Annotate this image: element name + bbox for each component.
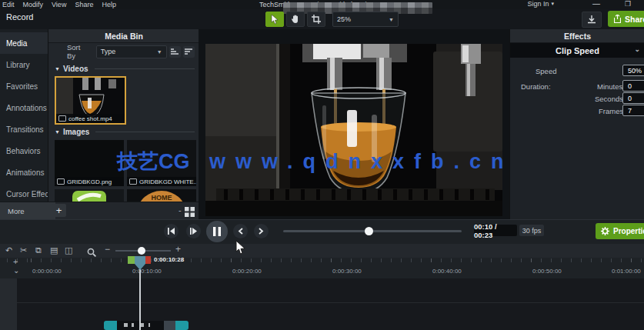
clip-speed-header[interactable]: Clip Speed ⌄ — [510, 43, 644, 58]
pause-icon — [213, 227, 221, 236]
timeline-tracks[interactable] — [0, 278, 644, 330]
watermark: 技艺CG www.qdnxxfb.cn — [117, 148, 514, 175]
properties-button[interactable]: Properties — [596, 223, 644, 239]
jump-forward-button[interactable] — [254, 224, 269, 238]
add-media-button[interactable]: + — [52, 204, 66, 217]
minutes-input[interactable]: 0 — [622, 80, 644, 92]
step-forward-button[interactable] — [186, 224, 201, 238]
playhead-marker[interactable] — [128, 256, 152, 272]
sort-asc-icon — [171, 48, 179, 55]
sidebar-item-animations[interactable]: Animations — [0, 162, 48, 183]
download-arrow-icon — [588, 15, 596, 24]
copy-button[interactable]: ⧉ — [35, 246, 42, 255]
sort-type-value: Type — [101, 48, 116, 55]
split-button[interactable]: ◫ — [65, 246, 72, 255]
canvas-zoom-dropdown[interactable]: 25% ▼ — [332, 12, 399, 27]
undo-button[interactable]: ↶ — [5, 246, 12, 255]
minimize-button[interactable]: — — [592, 0, 600, 8]
sidebar-item-annotations[interactable]: Annotations — [0, 97, 48, 118]
watermark-cn-text: 技艺CG — [117, 150, 190, 173]
canvas-stage — [199, 29, 509, 219]
film-icon — [58, 115, 66, 122]
jump-back-button[interactable] — [233, 224, 248, 238]
ruler-label: 0:00:30:00 — [332, 268, 362, 275]
paste-button[interactable]: ▤ — [50, 246, 58, 255]
record-button[interactable]: Record — [6, 12, 33, 22]
zoom-out-button[interactable]: − — [105, 245, 110, 254]
pan-tool-button[interactable] — [286, 12, 305, 27]
crop-icon — [312, 15, 321, 24]
sidebar-item-library[interactable]: Library — [0, 54, 48, 75]
sign-in-button[interactable]: Sign In▾ — [527, 0, 554, 8]
menu-view[interactable]: View — [52, 1, 66, 8]
sidebar-item-transitions[interactable]: Transitions — [0, 118, 48, 140]
camtasia-window: Edit Modify View Share Help TechSmith Ca… — [0, 0, 644, 330]
canvas-zoom-value: 25% — [337, 15, 351, 23]
ruler-label: 0:00:40:00 — [432, 268, 462, 275]
sidebar-more-button[interactable]: More — [0, 202, 55, 219]
sort-descending-button[interactable] — [183, 46, 195, 58]
chevron-down-icon[interactable]: ⌄ — [634, 45, 640, 53]
clip-right-handle[interactable] — [175, 321, 189, 330]
speed-input[interactable]: 50% — [622, 65, 644, 76]
frames-input[interactable]: 7 — [622, 105, 644, 116]
watermark-url-text: www.qdnxxfb.cn — [209, 150, 514, 173]
images-section-header[interactable]: ▼ Images — [55, 128, 195, 136]
restore-window-button[interactable]: ❐ — [625, 0, 631, 8]
cursor-tool-button[interactable] — [265, 12, 284, 27]
sidebar-item-media[interactable]: Media — [0, 32, 48, 54]
caret-down-icon: ▼ — [389, 17, 394, 22]
clip-left-handle[interactable] — [104, 321, 117, 330]
ruler-label: 0:00:20:00 — [232, 268, 262, 275]
collapse-tracks-button[interactable]: ⌄ — [13, 266, 19, 275]
timeline-zoom-handle[interactable] — [138, 247, 145, 255]
share-button[interactable]: Share — [608, 11, 644, 27]
cursor-arrow-icon — [271, 15, 279, 25]
timeline-clip-coffee[interactable] — [104, 321, 189, 330]
sort-ascending-button[interactable] — [169, 46, 181, 58]
duration-label: Duration: — [521, 82, 551, 91]
zoom-in-button[interactable]: + — [175, 245, 181, 254]
timeline-zoom-slider[interactable] — [115, 250, 171, 252]
clip-thumb-mark — [124, 323, 128, 327]
timeline-ruler[interactable]: + ⌄ 0:00:00:00 0:00:10:00 0:00:20:00 0:0… — [0, 258, 644, 279]
step-forward-icon — [190, 228, 197, 235]
prev-frame-icon — [168, 228, 175, 235]
thumb-size-minus-button[interactable]: - — [179, 205, 182, 215]
media-item-green-logo[interactable] — [55, 189, 124, 202]
collapse-triangle-icon: ▼ — [55, 66, 60, 72]
grid-view-button[interactable] — [185, 206, 195, 220]
media-item-coffee-shot[interactable]: coffee shot.mp4 — [55, 76, 126, 125]
timeline-toolbar: ↶ ✂ ⧉ ▤ ◫ − + — [0, 244, 644, 258]
menu-modify[interactable]: Modify — [23, 1, 44, 8]
prev-frame-button[interactable] — [164, 224, 179, 238]
menu-share[interactable]: Share — [75, 1, 93, 8]
sidebar-item-behaviors[interactable]: Behaviors — [0, 140, 48, 162]
track-gutter — [0, 278, 17, 330]
menu-edit[interactable]: Edit — [2, 1, 15, 8]
speed-label: Speed — [536, 67, 556, 75]
sort-type-dropdown[interactable]: Type ▼ — [96, 45, 167, 58]
canvas-toolbar: 25% ▼ — [265, 12, 399, 27]
menu-help[interactable]: Help — [102, 1, 116, 8]
media-item-home[interactable]: HOME — [127, 189, 196, 202]
caret-down-icon: ▼ — [157, 49, 162, 55]
videos-section-header[interactable]: ▼ Videos — [55, 65, 195, 73]
pause-button[interactable] — [206, 221, 228, 242]
sort-desc-icon — [185, 48, 192, 55]
seconds-input[interactable]: 0 — [622, 92, 644, 104]
playhead[interactable] — [128, 256, 152, 275]
crop-tool-button[interactable] — [307, 12, 325, 27]
scrub-slider[interactable] — [283, 230, 462, 232]
scrub-handle[interactable] — [365, 227, 373, 235]
media-item-gridbkgd[interactable]: GRIDBKGD.png — [55, 140, 124, 186]
add-track-button[interactable]: + — [13, 257, 18, 266]
sidebar-item-favorites[interactable]: Favorites — [0, 75, 48, 97]
playhead-line[interactable] — [139, 268, 141, 330]
ruler-ticks — [0, 258, 644, 262]
canvas-video-coffee[interactable] — [205, 44, 502, 216]
cut-button[interactable]: ✂ — [20, 246, 27, 255]
clip-thumb-mark — [132, 323, 134, 327]
magnifier-icon — [87, 248, 96, 257]
export-button[interactable] — [582, 12, 602, 28]
